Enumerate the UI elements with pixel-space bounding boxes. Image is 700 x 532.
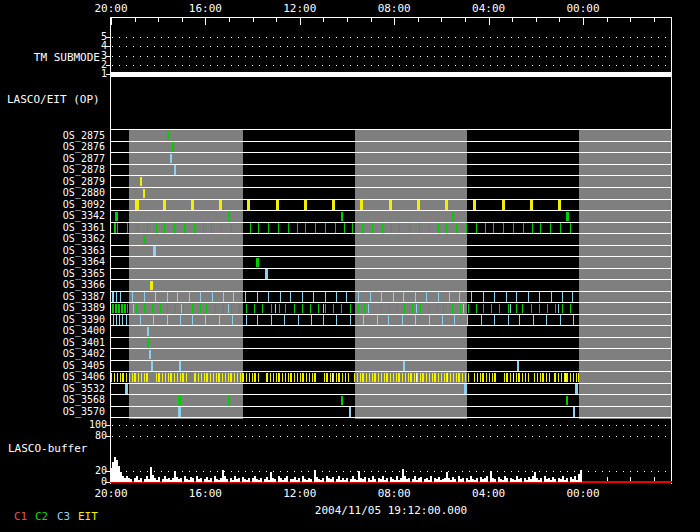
- event-tick: [522, 304, 523, 314]
- top-axis-tick: [347, 18, 348, 22]
- event-tick: [132, 373, 133, 383]
- event-tick: [179, 361, 181, 371]
- event-tick: [516, 292, 517, 302]
- event-tick: [262, 304, 263, 314]
- histogram-bar: [540, 478, 542, 482]
- event-tick: [143, 235, 146, 245]
- histogram-bar: [580, 470, 582, 482]
- event-tick: [579, 223, 580, 233]
- event-tick: [112, 304, 114, 314]
- event-tick: [572, 292, 573, 302]
- event-tick: [443, 304, 444, 314]
- event-tick: [429, 315, 430, 325]
- event-tick: [136, 304, 137, 314]
- event-tick: [333, 304, 334, 314]
- event-tick: [516, 373, 517, 383]
- histogram-bar: [210, 478, 212, 482]
- histogram-bar: [506, 478, 508, 482]
- histogram-bar: [200, 478, 202, 482]
- histogram-bar: [286, 476, 288, 482]
- event-tick: [258, 373, 259, 383]
- event-tick: [147, 223, 148, 233]
- event-tick: [389, 304, 390, 314]
- event-tick: [454, 315, 455, 325]
- event-tick: [156, 223, 157, 233]
- event-tick: [449, 292, 450, 302]
- observation-band: [579, 130, 671, 419]
- event-tick: [223, 292, 224, 302]
- event-tick: [140, 315, 141, 325]
- event-tick: [200, 304, 201, 314]
- event-tick: [551, 292, 552, 302]
- os-row-label: OS_3363: [63, 246, 105, 256]
- event-tick: [170, 154, 172, 164]
- histogram-bar: [364, 477, 366, 482]
- event-tick: [370, 292, 371, 302]
- event-tick: [463, 304, 464, 314]
- event-tick: [231, 223, 232, 233]
- event-tick: [256, 258, 259, 268]
- event-tick: [245, 292, 246, 302]
- event-tick: [228, 304, 229, 314]
- top-axis-tick: [418, 18, 419, 22]
- event-tick: [129, 373, 130, 383]
- event-tick: [354, 373, 355, 383]
- buffer-hour-tick: [654, 477, 655, 481]
- event-tick: [508, 304, 509, 314]
- row-separator-line: [110, 314, 672, 315]
- event-tick: [412, 304, 413, 314]
- os-row-label: OS_3364: [63, 257, 105, 267]
- top-axis-tick: [323, 18, 324, 22]
- event-tick: [378, 373, 379, 383]
- event-tick: [147, 338, 149, 348]
- top-axis-tick: [135, 18, 136, 22]
- event-tick: [437, 304, 438, 314]
- row-separator-line: [110, 279, 672, 280]
- event-tick: [368, 304, 369, 314]
- buffer-axis-label: 0: [101, 477, 107, 487]
- event-tick: [435, 373, 436, 383]
- event-tick: [555, 304, 556, 314]
- event-tick: [459, 292, 460, 302]
- histogram-bar: [554, 479, 556, 482]
- event-tick: [350, 304, 351, 314]
- event-tick: [271, 315, 272, 325]
- event-tick: [127, 304, 128, 314]
- event-tick: [528, 373, 529, 383]
- event-tick: [177, 292, 178, 302]
- event-tick: [276, 200, 279, 210]
- event-tick: [156, 373, 157, 383]
- lasco-buffer-label: LASCO-buffer: [8, 443, 87, 454]
- event-tick: [149, 350, 151, 360]
- event-tick: [147, 373, 148, 383]
- event-tick: [324, 373, 325, 383]
- event-tick: [444, 373, 445, 383]
- event-tick: [555, 373, 556, 383]
- event-tick: [332, 200, 335, 210]
- histogram-bar: [140, 478, 142, 482]
- event-tick: [174, 165, 176, 175]
- top-axis-tick: [300, 18, 301, 25]
- event-tick: [284, 315, 285, 325]
- histogram-bar: [274, 479, 276, 482]
- event-tick: [516, 304, 517, 314]
- legend-item-eit: EIT: [78, 511, 98, 522]
- event-tick: [325, 304, 326, 314]
- event-tick: [560, 223, 561, 233]
- event-tick: [476, 304, 477, 314]
- histogram-bar: [566, 478, 568, 482]
- event-tick: [429, 373, 430, 383]
- event-tick: [390, 373, 391, 383]
- event-tick: [183, 373, 184, 383]
- event-tick: [201, 373, 202, 383]
- event-tick: [481, 315, 482, 325]
- buffer-hour-tick: [607, 477, 608, 481]
- event-tick: [506, 292, 507, 302]
- telemetry-timeline-figure: TM SUBMODE LASCO/EIT (OP) LASCO-buffer 2…: [0, 0, 700, 532]
- event-tick: [120, 292, 121, 302]
- event-tick: [560, 315, 561, 325]
- event-tick: [416, 373, 417, 383]
- event-tick: [504, 373, 505, 383]
- event-tick: [373, 304, 374, 314]
- event-tick: [377, 315, 378, 325]
